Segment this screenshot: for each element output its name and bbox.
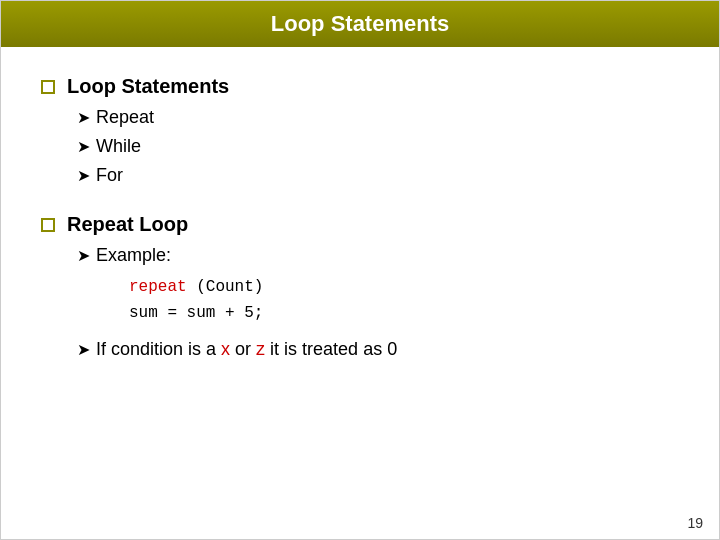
- code-line-2: sum = sum + 5;: [129, 301, 679, 327]
- arrow-icon: ➤: [77, 135, 90, 159]
- slide: Loop Statements Loop Statements ➤ Repeat…: [0, 0, 720, 540]
- arrow-icon: ➤: [77, 244, 90, 268]
- code-block: repeat (Count) sum = sum + 5;: [129, 275, 679, 326]
- if-z-keyword: z: [256, 339, 265, 359]
- slide-title: Loop Statements: [1, 1, 719, 47]
- code-count: (Count): [187, 278, 264, 296]
- code-line-1: repeat (Count): [129, 275, 679, 301]
- page-number-text: 19: [687, 515, 703, 531]
- section2-heading: Repeat Loop: [41, 213, 679, 236]
- bullet-sq-icon: [41, 218, 55, 232]
- code-sum: sum = sum + 5;: [129, 304, 263, 322]
- title-text: Loop Statements: [271, 11, 449, 36]
- section1-title-text: Loop Statements: [67, 75, 229, 98]
- item-while: While: [96, 133, 141, 160]
- example-label: Example:: [96, 242, 171, 269]
- section-loop-statements: Loop Statements ➤ Repeat ➤ While ➤ For: [41, 75, 679, 189]
- list-item: ➤ For: [77, 162, 679, 189]
- if-x-keyword: x: [221, 339, 230, 359]
- if-suffix-text: it is treated as 0: [265, 339, 397, 359]
- page-number: 19: [1, 511, 719, 539]
- slide-content: Loop Statements ➤ Repeat ➤ While ➤ For: [1, 47, 719, 511]
- arrow-icon: ➤: [77, 164, 90, 188]
- if-prefix: If condition is a: [96, 339, 221, 359]
- if-middle-text: or: [230, 339, 256, 359]
- list-item: ➤ Example:: [77, 242, 679, 269]
- section-repeat-loop: Repeat Loop ➤ Example: repeat (Count) su…: [41, 213, 679, 363]
- list-item: ➤ Repeat: [77, 104, 679, 131]
- section1-heading: Loop Statements: [41, 75, 679, 98]
- if-condition-text: If condition is a x or z it is treated a…: [96, 336, 397, 363]
- section1-subitems: ➤ Repeat ➤ While ➤ For: [77, 104, 679, 189]
- list-item: ➤ If condition is a x or z it is treated…: [77, 336, 679, 363]
- item-repeat: Repeat: [96, 104, 154, 131]
- item-for: For: [96, 162, 123, 189]
- bullet-sq-icon: [41, 80, 55, 94]
- section2-title-text: Repeat Loop: [67, 213, 188, 236]
- list-item: ➤ While: [77, 133, 679, 160]
- section2-subitems: ➤ Example: repeat (Count) sum = sum + 5;…: [77, 242, 679, 363]
- keyword-repeat: repeat: [129, 278, 187, 296]
- arrow-icon: ➤: [77, 106, 90, 130]
- arrow-icon: ➤: [77, 338, 90, 362]
